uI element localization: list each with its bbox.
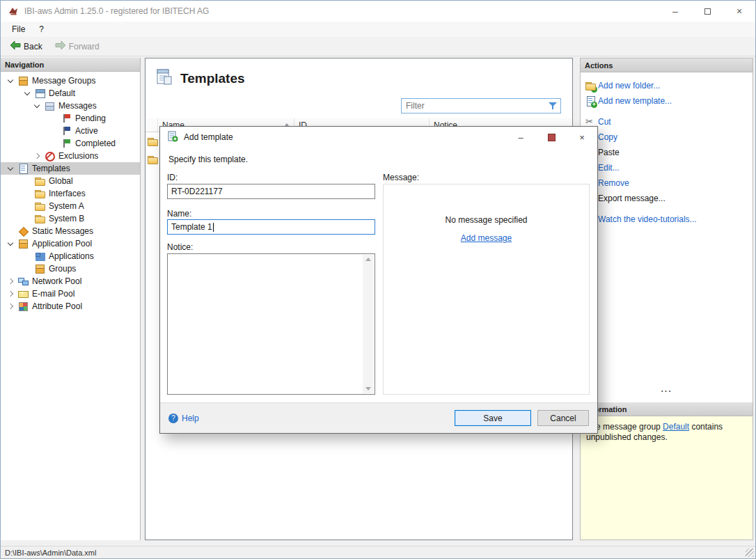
network-pool-icon (17, 276, 29, 287)
action-watch-video-tutorials[interactable]: Watch the video-tutorials... (581, 212, 753, 227)
tree-item-system-a[interactable]: System A (1, 200, 140, 212)
menu-bar: File ? (1, 22, 755, 37)
back-button[interactable]: Back (6, 39, 46, 54)
minimize-button[interactable]: – (659, 1, 691, 22)
tree-item-global[interactable]: Global (1, 175, 140, 187)
help-button[interactable]: Help (168, 414, 199, 423)
tree-item-messages[interactable]: Messages (1, 100, 140, 112)
menu-help[interactable]: ? (32, 22, 51, 37)
tree-item-completed[interactable]: Completed (1, 137, 140, 150)
attribute-pool-icon (17, 301, 29, 312)
chevron-right-icon[interactable] (5, 301, 16, 312)
tree-item-attribute-pool[interactable]: Attribute Pool (1, 300, 140, 313)
name-label: Name: (167, 209, 191, 219)
tree-item-active[interactable]: Active (1, 125, 140, 137)
pending-flag-icon (61, 113, 72, 124)
templates-icon (17, 163, 29, 174)
chevron-down-icon[interactable] (31, 100, 42, 111)
action-label: Cut (598, 117, 611, 127)
folder-icon (147, 136, 158, 147)
chevron-down-icon[interactable] (22, 88, 33, 99)
filter-input[interactable] (402, 101, 548, 111)
action-add-new-template[interactable]: Add new template... (581, 93, 753, 109)
filter-funnel-icon[interactable] (548, 101, 558, 111)
chevron-right-icon[interactable] (5, 288, 16, 299)
tree-item-system-b[interactable]: System B (1, 212, 140, 225)
id-field[interactable]: RT-0D221177 (167, 184, 375, 199)
tree-item-interfaces[interactable]: Interfaces (1, 187, 140, 200)
tree-item-email-pool[interactable]: E-mail Pool (1, 288, 140, 300)
tree-item-label: Active (75, 126, 98, 136)
tree-item-label: E-mail Pool (32, 289, 74, 299)
navigation-panel: Navigation Message Groups Default Messag… (1, 58, 141, 540)
notice-scrollbar[interactable] (363, 255, 374, 393)
tree-item-label: Interfaces (49, 189, 86, 198)
tree-item-exclusions[interactable]: Exclusions (1, 150, 140, 162)
tree-indent-spacer (48, 138, 59, 149)
chevron-down-icon[interactable] (5, 238, 16, 249)
maximize-button[interactable] (691, 1, 723, 22)
page-title: Templates (180, 71, 245, 86)
chevron-right-icon[interactable] (31, 150, 42, 162)
chevron-down-icon[interactable] (5, 163, 16, 174)
forward-arrow-icon (55, 40, 66, 52)
add-template-dialog-icon (167, 131, 178, 144)
active-flag-icon (61, 125, 72, 136)
tree-item-applications[interactable]: Applications (1, 250, 140, 262)
menu-file[interactable]: File (5, 22, 32, 37)
name-field[interactable]: Template 1 (167, 219, 375, 235)
cancel-button[interactable]: Cancel (537, 410, 589, 426)
plus-badge-icon (591, 102, 597, 108)
completed-flag-icon (61, 138, 72, 149)
action-remove[interactable]: Remove (581, 175, 753, 191)
tree-item-label: Attribute Pool (32, 301, 82, 311)
tree-item-static-messages[interactable]: Static Messages (1, 225, 140, 237)
folder-icon (34, 200, 45, 212)
title-bar: IBI-aws Admin 1.25.0 - registered for IB… (1, 1, 755, 22)
tree-item-message-groups[interactable]: Message Groups (1, 74, 140, 87)
tree-indent-spacer (22, 213, 33, 224)
action-edit[interactable]: Edit... (581, 160, 753, 175)
action-add-new-folder[interactable]: Add new folder... (581, 78, 753, 93)
tree-item-network-pool[interactable]: Network Pool (1, 275, 140, 288)
scroll-down-icon[interactable] (365, 387, 371, 391)
action-label: Copy (598, 132, 617, 142)
tree-item-label: System B (49, 214, 84, 223)
app-window: IBI-aws Admin 1.25.0 - registered for IB… (0, 0, 756, 559)
dialog-minimize-button[interactable]: – (505, 127, 536, 148)
tree-item-groups[interactable]: Groups (1, 262, 140, 275)
default-group-link[interactable]: Default (663, 422, 689, 432)
tree-item-default[interactable]: Default (1, 87, 140, 100)
tree-item-label: Templates (32, 164, 70, 173)
applications-icon (34, 251, 45, 262)
notice-field[interactable] (167, 253, 375, 395)
resize-grip[interactable] (746, 549, 754, 557)
chevron-right-icon[interactable] (5, 276, 16, 287)
maximize-icon (704, 8, 711, 15)
tree-indent-spacer (22, 200, 33, 212)
panel-splitter-handle[interactable]: ... (581, 384, 753, 394)
help-icon (168, 414, 178, 423)
forward-button[interactable]: Forward (52, 39, 103, 54)
action-label: Watch the video-tutorials... (598, 214, 697, 224)
name-field-value: Template 1 (171, 222, 212, 232)
tree-item-label: Exclusions (58, 151, 98, 161)
dialog-subtitle: Specify this template. (168, 155, 248, 164)
tree-item-pending[interactable]: Pending (1, 112, 140, 125)
tree-item-templates[interactable]: Templates (1, 162, 140, 175)
close-button[interactable]: × (723, 1, 755, 22)
dialog-close-button[interactable]: × (567, 127, 597, 148)
plus-badge-icon (591, 86, 597, 93)
save-button[interactable]: Save (455, 410, 531, 426)
action-export-message[interactable]: Export message... (581, 191, 753, 206)
action-cut[interactable]: Cut (581, 114, 753, 129)
dialog-maximize-button[interactable] (536, 127, 567, 148)
add-message-link[interactable]: Add message (461, 233, 512, 243)
scroll-up-icon[interactable] (365, 258, 371, 261)
tree-item-application-pool[interactable]: Application Pool (1, 237, 140, 250)
action-copy[interactable]: Copy (581, 129, 753, 145)
tree-indent-spacer (48, 125, 59, 136)
email-pool-icon (17, 288, 29, 299)
chevron-down-icon[interactable] (5, 75, 16, 86)
action-paste[interactable]: Paste (581, 145, 753, 160)
